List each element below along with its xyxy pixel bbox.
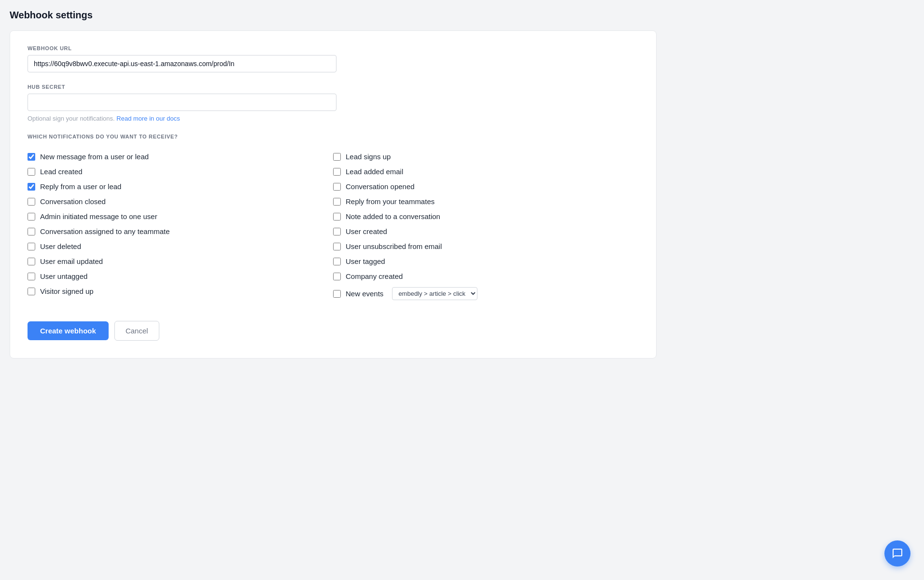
checkbox-conversation-opened-label[interactable]: Conversation opened — [346, 182, 415, 191]
checkbox-user-untagged: User untagged — [28, 269, 333, 284]
checkbox-conversation-assigned: Conversation assigned to any teammate — [28, 224, 333, 239]
checkbox-lead-added-email-label[interactable]: Lead added email — [346, 167, 403, 176]
checkbox-lead-signs-up: Lead signs up — [333, 149, 639, 164]
checkbox-lead-created: Lead created — [28, 164, 333, 179]
checkbox-user-unsubscribed-label[interactable]: User unsubscribed from email — [346, 242, 442, 250]
notifications-right-column: Lead signs up Lead added email Conversat… — [333, 149, 639, 304]
checkbox-user-email-updated: User email updated — [28, 254, 333, 269]
checkbox-admin-message: Admin initiated message to one user — [28, 209, 333, 224]
checkbox-lead-signs-up-label[interactable]: Lead signs up — [346, 152, 391, 161]
checkbox-reply-teammates-label[interactable]: Reply from your teammates — [346, 197, 434, 206]
checkbox-user-created-input[interactable] — [333, 228, 341, 235]
checkbox-new-message-label[interactable]: New message from a user or lead — [40, 152, 149, 161]
create-webhook-button[interactable]: Create webhook — [28, 321, 109, 340]
page-title: Webhook settings — [10, 10, 914, 21]
webhook-url-label: WEBHOOK URL — [28, 45, 639, 51]
webhook-url-group: WEBHOOK URL — [28, 45, 639, 72]
notifications-grid: New message from a user or lead Lead cre… — [28, 149, 639, 304]
checkbox-user-email-updated-input[interactable] — [28, 258, 35, 265]
checkbox-company-created-label[interactable]: Company created — [346, 272, 403, 280]
checkbox-reply-teammates-input[interactable] — [333, 198, 341, 206]
checkbox-new-events-input[interactable] — [333, 290, 341, 298]
hub-secret-group: HUB SECRET Optional sign your notificati… — [28, 84, 639, 122]
checkbox-user-tagged-input[interactable] — [333, 258, 341, 265]
checkbox-user-untagged-label[interactable]: User untagged — [40, 272, 87, 280]
checkbox-reply-user-lead: Reply from a user or lead — [28, 179, 333, 194]
checkbox-company-created: Company created — [333, 269, 639, 284]
checkbox-conversation-opened: Conversation opened — [333, 179, 639, 194]
checkbox-new-message: New message from a user or lead — [28, 149, 333, 164]
checkbox-user-deleted: User deleted — [28, 239, 333, 254]
checkbox-conversation-closed-input[interactable] — [28, 198, 35, 206]
checkbox-admin-message-input[interactable] — [28, 213, 35, 221]
checkbox-reply-user-lead-label[interactable]: Reply from a user or lead — [40, 182, 121, 191]
checkbox-lead-created-input[interactable] — [28, 168, 35, 176]
checkbox-conversation-closed: Conversation closed — [28, 194, 333, 209]
checkbox-reply-teammates: Reply from your teammates — [333, 194, 639, 209]
checkbox-user-created-label[interactable]: User created — [346, 227, 387, 235]
checkbox-new-message-input[interactable] — [28, 153, 35, 161]
actions-row: Create webhook Cancel — [28, 321, 639, 341]
checkbox-user-email-updated-label[interactable]: User email updated — [40, 257, 103, 265]
webhook-settings-card: WEBHOOK URL HUB SECRET Optional sign you… — [10, 30, 657, 359]
checkbox-visitor-signed-up-input[interactable] — [28, 288, 35, 295]
checkbox-reply-user-lead-input[interactable] — [28, 183, 35, 191]
checkbox-lead-signs-up-input[interactable] — [333, 153, 341, 161]
checkbox-admin-message-label[interactable]: Admin initiated message to one user — [40, 212, 157, 221]
checkbox-conversation-assigned-label[interactable]: Conversation assigned to any teammate — [40, 227, 169, 235]
hub-secret-label: HUB SECRET — [28, 84, 639, 90]
checkbox-conversation-assigned-input[interactable] — [28, 228, 35, 235]
checkbox-conversation-closed-label[interactable]: Conversation closed — [40, 197, 106, 206]
checkbox-company-created-input[interactable] — [333, 273, 341, 280]
checkbox-note-added: Note added to a conversation — [333, 209, 639, 224]
checkbox-lead-added-email-input[interactable] — [333, 168, 341, 176]
checkbox-conversation-opened-input[interactable] — [333, 183, 341, 191]
hub-secret-input[interactable] — [28, 94, 336, 111]
checkbox-visitor-signed-up-label[interactable]: Visitor signed up — [40, 287, 94, 295]
notifications-section-label: WHICH NOTIFICATIONS DO YOU WANT TO RECEI… — [28, 134, 639, 139]
checkbox-new-events-row: New events embedly > article > click — [333, 284, 639, 304]
checkbox-user-untagged-input[interactable] — [28, 273, 35, 280]
checkbox-user-deleted-input[interactable] — [28, 243, 35, 250]
notifications-left-column: New message from a user or lead Lead cre… — [28, 149, 333, 304]
checkbox-visitor-signed-up: Visitor signed up — [28, 284, 333, 299]
webhook-url-input[interactable] — [28, 55, 336, 72]
checkbox-note-added-label[interactable]: Note added to a conversation — [346, 212, 440, 221]
checkbox-new-events-label[interactable]: New events — [346, 290, 383, 298]
checkbox-lead-added-email: Lead added email — [333, 164, 639, 179]
checkbox-user-deleted-label[interactable]: User deleted — [40, 242, 81, 250]
checkbox-user-tagged: User tagged — [333, 254, 639, 269]
checkbox-user-unsubscribed-input[interactable] — [333, 243, 341, 250]
checkbox-note-added-input[interactable] — [333, 213, 341, 221]
cancel-button[interactable]: Cancel — [114, 321, 159, 341]
checkbox-user-unsubscribed: User unsubscribed from email — [333, 239, 639, 254]
new-events-select[interactable]: embedly > article > click — [392, 287, 477, 300]
checkbox-user-tagged-label[interactable]: User tagged — [346, 257, 385, 265]
read-more-link[interactable]: Read more in our docs — [116, 115, 180, 122]
checkbox-lead-created-label[interactable]: Lead created — [40, 167, 83, 176]
checkbox-user-created: User created — [333, 224, 639, 239]
hub-secret-hint: Optional sign your notifications. Read m… — [28, 115, 639, 122]
